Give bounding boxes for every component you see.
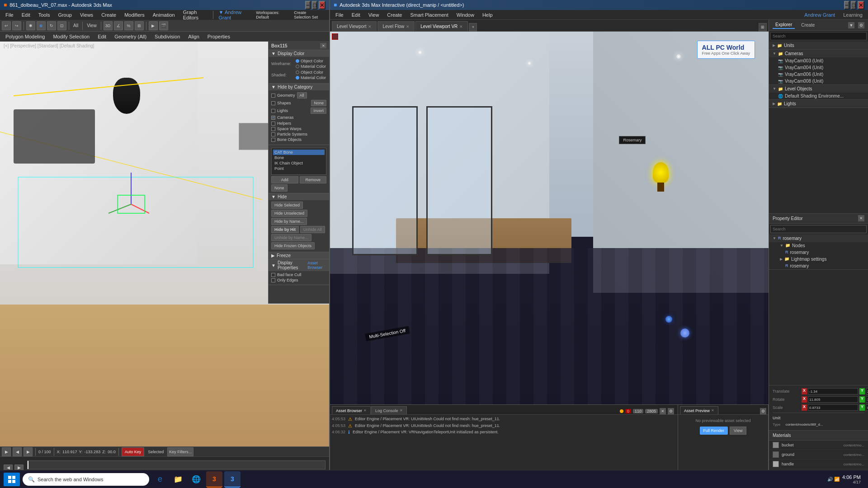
right-menu-create[interactable]: Create xyxy=(383,11,406,19)
asset-browser-tab-close[interactable]: ✕ xyxy=(363,408,367,413)
layout-btn[interactable]: ⊞ xyxy=(759,23,767,31)
hide-unselected-btn[interactable]: Hide Unselected xyxy=(271,210,307,217)
shaded-object-radio[interactable] xyxy=(296,70,299,74)
backface-cull-checkbox[interactable] xyxy=(271,273,275,277)
menu-create-selection[interactable]: Create Selection Set xyxy=(290,9,327,20)
mat-ground[interactable]: ground content/mo... xyxy=(769,450,868,460)
rotate-x-input[interactable] xyxy=(808,396,858,403)
display-props-header[interactable]: ▼ Display Properties Asset Browser xyxy=(269,259,329,271)
redo-button[interactable]: ↪ xyxy=(12,21,21,30)
translate-x-input[interactable] xyxy=(808,388,858,394)
ik-chain-item[interactable]: IK Chain Object xyxy=(273,160,325,166)
lightmap-item[interactable]: ▶ 📁 Lightmap settings xyxy=(769,256,868,263)
start-button[interactable] xyxy=(4,473,20,486)
log-console-tab-close[interactable]: ✕ xyxy=(400,408,403,413)
right-menu-user[interactable]: Andrew Grant xyxy=(801,11,839,19)
prev-frame-btn[interactable]: ◀ xyxy=(13,447,22,456)
explorer-settings-btn[interactable]: ⚙ xyxy=(858,22,864,28)
sub-subdivision[interactable]: Subdivision xyxy=(151,33,184,40)
play-btn[interactable]: ▶ xyxy=(2,447,11,456)
hide-header[interactable]: ▼ Hide xyxy=(269,193,329,200)
geometry-all-btn[interactable]: All xyxy=(297,92,307,99)
scale-button[interactable]: ⊡ xyxy=(57,21,66,30)
rosemary-header[interactable]: ▼ R rosemary xyxy=(769,235,868,242)
shaded-material-radio[interactable] xyxy=(296,76,299,80)
menu-views[interactable]: Views xyxy=(76,11,97,19)
menu-file[interactable]: File xyxy=(2,11,17,19)
taskbar-3dsmax2-btn[interactable]: 3 xyxy=(224,471,241,488)
taskbar-chrome-btn[interactable]: 🌐 xyxy=(188,471,204,488)
explorer-search-input[interactable] xyxy=(770,32,867,40)
cat-bone-list[interactable]: CAT Bone Bone IK Chain Object Point xyxy=(271,148,326,175)
lights-checkbox[interactable] xyxy=(271,109,275,113)
edges-only-checkbox[interactable] xyxy=(271,278,275,282)
tab-level-viewport-close[interactable]: ✕ xyxy=(368,24,372,29)
shapes-checkbox[interactable] xyxy=(271,101,275,105)
taskbar-file-explorer-btn[interactable]: 📁 xyxy=(170,471,186,488)
helpers-checkbox[interactable] xyxy=(271,122,275,126)
create-tab[interactable]: Create xyxy=(798,22,817,28)
menu-modifiers[interactable]: Modifiers xyxy=(121,11,148,19)
cameras-checkbox[interactable] xyxy=(271,116,275,120)
log-console-tab[interactable]: Log Console ✕ xyxy=(371,406,407,414)
wireframe-object-radio[interactable] xyxy=(296,59,299,63)
hide-by-hit-btn[interactable]: Hide by Hit xyxy=(271,226,299,233)
snap-button[interactable]: 3D xyxy=(104,21,113,30)
menu-tools[interactable]: Tools xyxy=(35,11,54,19)
mat-handle[interactable]: handle content/mo... xyxy=(769,460,868,469)
units-header[interactable]: ▶ 📁 Units xyxy=(769,42,868,49)
wireframe-material-radio[interactable] xyxy=(296,65,299,68)
tab-level-viewport[interactable]: Level Viewport ✕ xyxy=(332,21,377,31)
bone-item[interactable]: Bone xyxy=(273,155,325,160)
cat-bone-item[interactable]: CAT Bone xyxy=(273,150,325,155)
menu-graph-editors[interactable]: Graph Editors xyxy=(179,9,211,21)
boneobj-checkbox[interactable] xyxy=(271,138,275,142)
scale-x-input[interactable] xyxy=(808,404,858,411)
right-menu-window[interactable]: Window xyxy=(453,11,478,19)
popup-close[interactable]: ✕ xyxy=(320,43,326,48)
angle-snap-button[interactable]: ∠ xyxy=(114,21,123,30)
asset-browser-link[interactable]: Asset Browser xyxy=(307,261,326,270)
rotate-y-input[interactable] xyxy=(866,396,868,403)
right-viewport[interactable]: ALL PC World Free Apps One Click Away Ro… xyxy=(330,32,769,404)
sub-properties[interactable]: Properties xyxy=(204,33,234,40)
log-settings-btn[interactable]: ⚙ xyxy=(668,408,674,414)
spinner-snap-button[interactable]: ⊞ xyxy=(135,21,144,30)
add-button[interactable]: Add xyxy=(271,176,298,183)
hide-by-name-btn[interactable]: Hide by Name... xyxy=(271,218,307,225)
hide-frozen-btn[interactable]: Hide Frozen Objects xyxy=(271,242,315,249)
right-close-button[interactable]: ✕ xyxy=(858,1,864,9)
menu-user[interactable]: ▼ Andrew Grant xyxy=(215,9,252,21)
render-button[interactable]: 🎬 xyxy=(159,21,168,30)
unhide-all-btn[interactable]: Unhide All xyxy=(300,226,325,233)
timeline-bar[interactable] xyxy=(27,460,326,469)
shapes-none-btn[interactable]: None xyxy=(311,100,326,106)
menu-edit[interactable]: Edit xyxy=(18,11,34,19)
view-btn[interactable]: View xyxy=(730,427,746,435)
tab-level-viewport-vr-close[interactable]: ✕ xyxy=(459,24,463,29)
default-shading-item[interactable]: 🌐 Default Shading Environme... xyxy=(769,93,868,99)
tab-level-flow[interactable]: Level Flow ✕ xyxy=(377,21,415,31)
camera-4[interactable]: 📷 VrayCam008 (Unit) xyxy=(769,78,868,84)
tab-level-flow-close[interactable]: ✕ xyxy=(406,24,410,29)
remove-button[interactable]: Remove xyxy=(300,176,327,183)
none-button[interactable]: None xyxy=(271,184,288,192)
next-frame-btn[interactable]: ▶ xyxy=(24,447,33,456)
asset-preview-settings[interactable]: ⚙ xyxy=(760,408,766,414)
rosemary-node-item[interactable]: R rosemary xyxy=(769,249,868,256)
taskbar-3dsmax-btn[interactable]: 3 xyxy=(206,471,222,488)
hide-by-category-header[interactable]: ▼ Hide by Category xyxy=(269,84,329,90)
explorer-filter-btn[interactable]: ▼ xyxy=(848,22,854,28)
rotate-button[interactable]: ↻ xyxy=(47,21,56,30)
scale-y-input[interactable] xyxy=(866,404,868,411)
log-clear-btn[interactable]: ✕ xyxy=(660,408,666,414)
menu-group[interactable]: Group xyxy=(54,11,75,19)
full-render-btn[interactable]: Full Render xyxy=(700,427,728,435)
add-tab-btn[interactable]: + xyxy=(469,23,477,31)
sub-modify-selection[interactable]: Modify Selection xyxy=(49,33,93,40)
point-item[interactable]: Point xyxy=(273,166,325,171)
lightmap-rosemary-item[interactable]: R rosemary xyxy=(769,263,868,269)
nodes-item[interactable]: ▼ 📁 Nodes xyxy=(769,242,868,249)
tab-level-viewport-vr[interactable]: Level Viewport VR ✕ xyxy=(415,21,468,31)
sub-geometry[interactable]: Geometry (All) xyxy=(111,33,150,40)
